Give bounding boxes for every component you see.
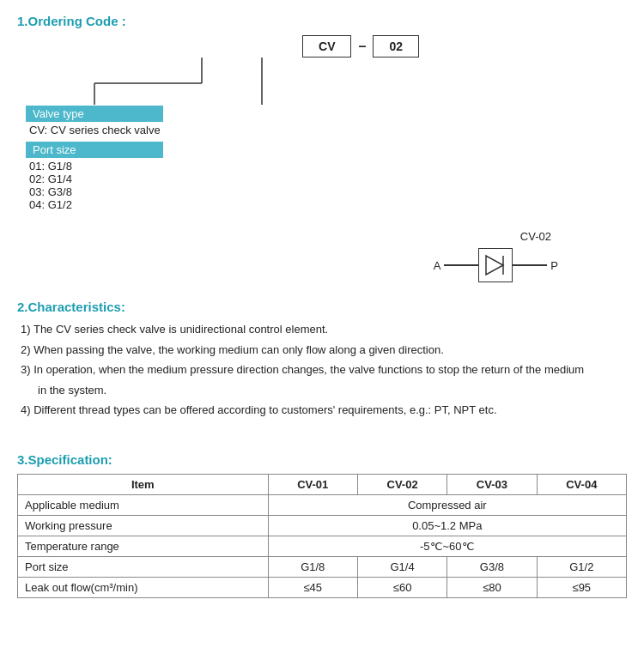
cell-port-size-item: Port size [18, 556, 269, 577]
section-characteristics: 2.Characteristics: 1) The CV series chec… [17, 300, 627, 419]
cell-port-size-cv01: G1/8 [268, 556, 357, 577]
code-dash: – [351, 39, 373, 54]
table-header-row: Item CV-01 CV-02 CV-03 CV-04 [18, 474, 627, 494]
code-02-box: 02 [373, 35, 419, 58]
port-size-01: 01: G1/8 [29, 160, 623, 173]
port-size-02: 02: G1/4 [29, 173, 623, 185]
code-cv-box: CV [302, 35, 351, 58]
cell-working-pressure-item: Working pressure [18, 515, 269, 536]
cell-leak-flow-cv03: ≤80 [447, 577, 537, 597]
line-left [444, 264, 478, 266]
cell-leak-flow-cv02: ≤60 [357, 577, 447, 597]
cell-working-pressure-value: 0.05~1.2 MPa [268, 515, 626, 536]
cv-a-label: A [434, 259, 441, 272]
table-row: Leak out flow(cm³/min) ≤45 ≤60 ≤80 ≤95 [18, 577, 627, 597]
port-size-options: 01: G1/8 02: G1/4 03: G3/8 04: G1/2 [26, 158, 627, 213]
cell-temperature-range-value: -5℃~60℃ [268, 536, 626, 556]
table-row: Applicable medium Compressed air [18, 494, 627, 515]
cell-port-size-cv03: G3/8 [447, 556, 537, 577]
col-header-cv02: CV-02 [357, 474, 447, 494]
table-row: Port size G1/8 G1/4 G3/8 G1/2 [18, 556, 627, 577]
cell-applicable-medium-item: Applicable medium [18, 494, 269, 515]
char-item-4: 4) Different thread types can be offered… [21, 402, 627, 419]
characteristics-list: 1) The CV series check valve is unidirec… [21, 321, 627, 419]
section3-title: 3.Specification: [17, 452, 627, 467]
cell-leak-flow-cv04: ≤95 [537, 577, 626, 597]
table-row: Temperature range -5℃~60℃ [18, 536, 627, 556]
cv-symbol-box [478, 248, 513, 282]
col-header-cv03: CV-03 [447, 474, 537, 494]
char-item-3-indent: in the system. [38, 382, 627, 399]
cv-p-label: P [550, 259, 558, 272]
cell-port-size-cv02: G1/4 [357, 556, 447, 577]
cell-applicable-medium-value: Compressed air [268, 494, 626, 515]
cv-diagram-section: CV-02 A P [17, 230, 558, 282]
svg-marker-4 [486, 256, 503, 275]
col-header-cv01: CV-01 [268, 474, 357, 494]
cv-symbol-row: A P [434, 248, 558, 282]
cv-symbol-svg [481, 251, 510, 280]
section-specification: 3.Specification: Item CV-01 CV-02 CV-03 … [17, 452, 627, 598]
char-item-3: 3) In operation, when the medium pressur… [21, 361, 627, 378]
col-header-item: Item [18, 474, 269, 494]
port-size-03: 03: G3/8 [29, 185, 623, 198]
section2-title: 2.Characteristics: [17, 300, 627, 314]
cell-leak-flow-cv01: ≤45 [268, 577, 357, 597]
char-item-1: 1) The CV series check valve is unidirec… [21, 321, 627, 338]
spec-table: Item CV-01 CV-02 CV-03 CV-04 Applicable … [17, 474, 627, 598]
line-right [513, 264, 547, 266]
port-size-header: Port size [26, 142, 163, 158]
cv-diagram-label: CV-02 [520, 230, 551, 243]
valve-type-desc: CV: CV series check valve [26, 122, 627, 138]
char-item-2: 2) When passing the valve, the working m… [21, 342, 627, 359]
section-ordering-code: 1.Ordering Code : CV – 02 Valv [17, 14, 627, 213]
col-header-cv04: CV-04 [537, 474, 626, 494]
port-size-04: 04: G1/2 [29, 198, 623, 211]
cell-port-size-cv04: G1/2 [537, 556, 626, 577]
section1-title: 1.Ordering Code : [17, 14, 627, 28]
cell-leak-flow-item: Leak out flow(cm³/min) [18, 577, 269, 597]
table-row: Working pressure 0.05~1.2 MPa [18, 515, 627, 536]
cell-temperature-range-item: Temperature range [18, 536, 269, 556]
port-size-section: Port size 01: G1/8 02: G1/4 03: G3/8 04:… [26, 142, 627, 213]
